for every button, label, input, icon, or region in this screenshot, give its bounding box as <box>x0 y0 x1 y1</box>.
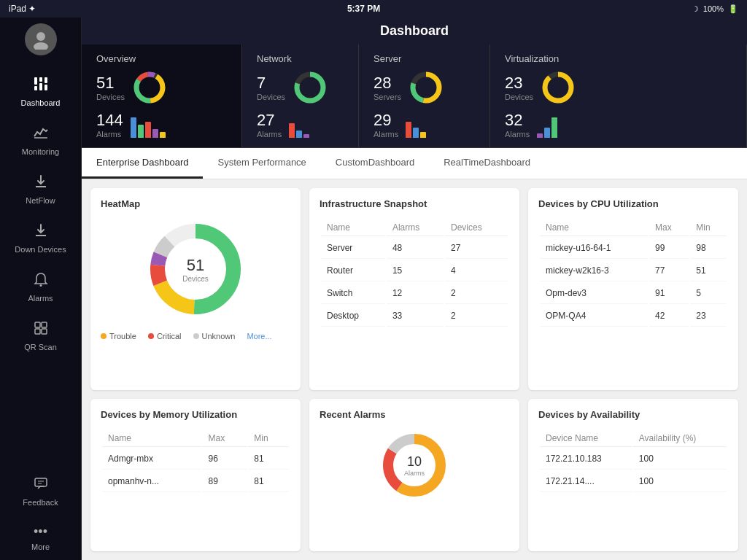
heatmap-more-link[interactable]: More... <box>247 332 271 341</box>
heatmap-legend: Trouble Critical Unknown More... <box>101 332 290 341</box>
recent-alarms-title: Recent Alarms <box>320 409 509 420</box>
overview-section-network[interactable]: Network 7 Devices <box>242 44 359 147</box>
heatmap-donut: 51 Devices <box>144 218 247 320</box>
svg-rect-16 <box>35 478 47 486</box>
tab-system[interactable]: System Performance <box>203 148 320 179</box>
server-devices-number: 28 <box>374 74 401 93</box>
memory-utilization-card: Devices by Memory Utilization Name Max M… <box>90 399 301 551</box>
overview-alarms-label: Alarms <box>96 130 123 139</box>
overview-devices-chart <box>132 70 167 105</box>
sidebar-item-dashboard[interactable]: Dashboard <box>0 67 81 116</box>
cpu-utilization-card: Devices by CPU Utilization Name Max Min … <box>528 188 738 390</box>
server-alarms-label: Alarms <box>374 130 398 139</box>
server-devices-metric: 28 Servers 29 A <box>374 70 449 139</box>
infra-router-alarms: 15 <box>387 260 444 281</box>
table-row: Router 15 4 <box>321 260 508 281</box>
table-row: 172.21.10.183 100 <box>540 448 727 470</box>
overview-devices-row: 51 Devices <box>96 70 174 105</box>
cpu-row1-min: 98 <box>690 238 727 259</box>
netflow-icon <box>33 174 49 193</box>
sidebar-item-alarms[interactable]: Alarms <box>0 262 81 311</box>
cpu-row3-min: 5 <box>690 283 727 304</box>
overview-section-network-title: Network <box>257 53 344 64</box>
mem-row1-min: 81 <box>248 448 289 470</box>
sidebar-item-monitoring[interactable]: Monitoring <box>0 116 81 165</box>
qrscan-icon <box>33 320 49 340</box>
overview-section-server[interactable]: Server 28 Servers <box>359 44 490 147</box>
cpu-row3-max: 91 <box>649 283 689 304</box>
moon-icon: ☽ <box>692 4 699 14</box>
heatmap-card: HeatMap <box>90 188 301 390</box>
overview-section-virtualization[interactable]: Virtualization 23 Devices <box>490 44 747 147</box>
sidebar-item-more[interactable]: ••• More <box>0 516 81 560</box>
tab-custom[interactable]: CustomDashboard <box>321 148 429 179</box>
virtualization-devices-chart <box>541 70 576 105</box>
main-layout: Dashboard Monitoring NetFlow <box>0 18 747 560</box>
sidebar-item-alarms-label: Alarms <box>28 294 53 303</box>
mem-row1-name: Admgr-mbx <box>102 448 201 470</box>
mem-util-title: Devices by Memory Utilization <box>101 409 290 420</box>
page-title: Dashboard <box>380 23 449 38</box>
svg-rect-14 <box>35 329 40 334</box>
sidebar-item-netflow-label: NetFlow <box>26 196 55 205</box>
sidebar-item-feedback[interactable]: Feedback <box>0 467 81 516</box>
infra-desktop-devices: 2 <box>445 306 508 327</box>
svg-point-0 <box>36 32 45 41</box>
table-row: 172.21.14.... 100 <box>540 471 727 492</box>
overview-alarms-chart <box>131 112 174 138</box>
svg-rect-6 <box>39 83 42 90</box>
infra-server-name: Server <box>321 238 385 259</box>
overview-alarms-number: 144 <box>96 111 123 130</box>
tab-realtime[interactable]: RealTimeDashboard <box>429 148 545 179</box>
mem-row2-max: 89 <box>202 471 247 492</box>
infra-router-name: Router <box>321 260 385 281</box>
overview-bar: Overview 51 Devices <box>82 44 747 148</box>
avail-row1-name: 172.21.10.183 <box>540 448 632 470</box>
sidebar-item-down-devices[interactable]: Down Devices <box>0 214 81 262</box>
svg-rect-4 <box>44 77 47 83</box>
sidebar-item-dashboard-label: Dashboard <box>21 98 61 107</box>
sidebar-item-qrscan[interactable]: QR Scan <box>0 311 81 360</box>
heatmap-donut-center: 51 Devices <box>182 256 209 283</box>
network-alarms-number: 27 <box>257 111 282 130</box>
virtualization-alarms-number: 32 <box>505 111 530 130</box>
status-bar: iPad ✦ 5:37 PM ☽ 100% 🔋 <box>0 0 747 18</box>
overview-devices-number: 51 <box>96 74 125 93</box>
infra-switch-devices: 2 <box>445 283 508 304</box>
down-devices-icon <box>33 222 49 242</box>
mem-row1-max: 96 <box>202 448 247 470</box>
mem-col-max: Max <box>202 430 247 447</box>
tab-enterprise[interactable]: Enterprise Dashboard <box>82 148 203 179</box>
virtualization-devices-row: 23 Devices <box>505 70 581 105</box>
svg-rect-13 <box>42 322 47 327</box>
cpu-col-max: Max <box>649 219 689 236</box>
cpu-table: Name Max Min mickey-u16-64-1 99 98 micke… <box>538 218 728 328</box>
table-row: mickey-w2k16-3 77 51 <box>540 260 727 281</box>
avail-row1-value: 100 <box>633 448 727 470</box>
infrastructure-snapshot-card: Infrastructure Snapshot Name Alarms Devi… <box>309 188 519 390</box>
network-devices-row: 7 Devices <box>257 70 333 105</box>
sidebar-item-netflow[interactable]: NetFlow <box>0 165 81 214</box>
network-devices-number: 7 <box>257 74 285 93</box>
cpu-row3-name: Opm-dev3 <box>540 283 648 304</box>
infra-server-alarms: 48 <box>387 238 444 259</box>
infra-router-devices: 4 <box>445 260 508 281</box>
overview-section-virtualization-title: Virtualization <box>505 53 732 64</box>
page-header: Dashboard <box>82 18 747 44</box>
legend-trouble: Trouble <box>101 332 136 341</box>
network-alarms-chart <box>289 112 333 138</box>
virtualization-metrics: 23 Devices 32 Alarms <box>505 70 732 139</box>
overview-section-overview[interactable]: Overview 51 Devices <box>82 44 242 147</box>
monitoring-icon <box>33 125 49 144</box>
cpu-row1-name: mickey-u16-64-1 <box>540 238 648 259</box>
device-availability-card: Devices by Availability Device Name Avai… <box>528 399 738 551</box>
overview-section-server-title: Server <box>374 53 475 64</box>
battery-label: 100% <box>703 4 724 13</box>
table-row: opmanhv-n... 89 81 <box>102 471 289 492</box>
virtualization-alarms-label: Alarms <box>505 130 530 139</box>
infra-col-alarms: Alarms <box>387 219 444 236</box>
svg-rect-12 <box>35 322 40 327</box>
alarm-center-number: 10 <box>404 454 425 470</box>
svg-rect-2 <box>34 77 37 85</box>
virtualization-alarms-row: 32 Alarms <box>505 111 581 139</box>
